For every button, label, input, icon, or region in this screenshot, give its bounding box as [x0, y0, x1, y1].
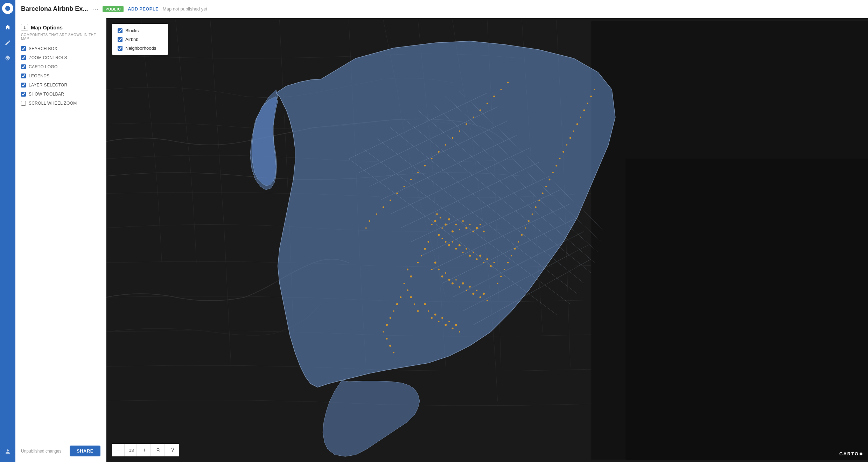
- svg-point-73: [451, 282, 454, 285]
- svg-point-60: [486, 258, 488, 260]
- svg-point-118: [410, 178, 412, 180]
- svg-point-148: [549, 178, 551, 180]
- svg-point-158: [583, 110, 585, 111]
- svg-point-34: [448, 218, 450, 220]
- layer-label-neighborhoods: Neighborhoods: [125, 46, 156, 51]
- svg-point-67: [434, 261, 436, 264]
- panel-back-button[interactable]: 1: [21, 24, 28, 31]
- carto-dot: [860, 453, 862, 455]
- svg-point-142: [528, 220, 530, 222]
- svg-point-160: [590, 96, 592, 97]
- help-button[interactable]: ?: [166, 444, 179, 456]
- layer-item-blocks: Blocks: [118, 28, 162, 33]
- option-checkbox-zoom-controls[interactable]: [21, 55, 26, 60]
- svg-point-138: [514, 248, 516, 250]
- svg-point-86: [404, 283, 405, 284]
- layer-checkbox-blocks[interactable]: [118, 28, 122, 33]
- svg-point-149: [552, 172, 554, 173]
- svg-point-153: [566, 144, 568, 146]
- option-label-layer-selector: LAYER SELECTOR: [29, 83, 67, 88]
- svg-point-44: [479, 224, 481, 225]
- svg-point-39: [462, 220, 464, 222]
- svg-point-71: [445, 272, 446, 274]
- svg-point-46: [438, 234, 440, 236]
- zoom-out-button[interactable]: −: [112, 444, 125, 456]
- option-checkbox-search-box[interactable]: [21, 46, 26, 51]
- option-checkbox-carto-logo[interactable]: [21, 64, 26, 69]
- user-icon[interactable]: [0, 444, 15, 459]
- search-map-button[interactable]: [152, 444, 165, 456]
- svg-point-104: [393, 310, 394, 312]
- svg-point-145: [538, 200, 540, 201]
- svg-point-110: [393, 352, 394, 353]
- app-logo[interactable]: [2, 3, 13, 14]
- svg-point-31: [444, 224, 447, 226]
- svg-point-62: [493, 262, 495, 263]
- svg-point-50: [452, 241, 453, 243]
- svg-point-82: [483, 293, 485, 295]
- svg-point-32: [441, 227, 443, 229]
- svg-point-146: [542, 192, 544, 194]
- layers-icon[interactable]: [0, 50, 15, 66]
- svg-point-64: [424, 248, 426, 250]
- svg-point-96: [441, 317, 443, 319]
- sidebar-footer: Unpublished changes SHARE: [21, 446, 100, 456]
- pencil-icon[interactable]: [0, 35, 15, 50]
- svg-point-141: [525, 227, 526, 229]
- svg-point-127: [472, 117, 474, 118]
- svg-point-132: [507, 82, 509, 83]
- svg-point-122: [438, 151, 440, 153]
- map-area: BlocksAirbnbNeighborhoods − 13 + ? CARTO: [106, 18, 868, 462]
- svg-point-117: [404, 186, 405, 187]
- svg-point-77: [466, 289, 467, 291]
- svg-point-92: [428, 310, 429, 312]
- option-label-carto-logo: CARTO LOGO: [29, 64, 58, 69]
- svg-point-53: [462, 252, 464, 253]
- home-icon[interactable]: [0, 20, 15, 35]
- svg-point-33: [436, 213, 438, 215]
- svg-point-59: [483, 262, 484, 263]
- body-layout: 1 Map Options COMPONENTS THAT ARE SHOWN …: [15, 18, 868, 462]
- svg-point-125: [459, 130, 460, 132]
- layer-checkbox-neighborhoods[interactable]: [118, 46, 122, 51]
- option-checkbox-legends[interactable]: [21, 74, 26, 78]
- option-label-show-toolbar: SHOW TOOLBAR: [29, 92, 64, 97]
- svg-point-130: [493, 96, 495, 97]
- option-checkbox-layer-selector[interactable]: [21, 83, 26, 88]
- svg-point-61: [490, 265, 492, 267]
- svg-point-116: [396, 192, 398, 194]
- svg-point-128: [479, 110, 481, 111]
- svg-point-139: [518, 241, 519, 243]
- sidebar-panel: 1 Map Options COMPONENTS THAT ARE SHOWN …: [15, 18, 106, 462]
- svg-point-66: [417, 262, 419, 264]
- svg-point-58: [479, 255, 481, 257]
- svg-point-97: [444, 324, 447, 326]
- add-people-link[interactable]: ADD PEOPLE: [128, 6, 159, 12]
- panel-title: Map Options: [31, 24, 63, 30]
- svg-point-52: [458, 244, 461, 246]
- svg-point-98: [448, 321, 450, 322]
- svg-point-101: [459, 331, 460, 332]
- svg-point-150: [555, 165, 557, 167]
- svg-point-49: [448, 244, 450, 246]
- svg-point-70: [441, 275, 443, 278]
- svg-point-100: [455, 324, 457, 326]
- layer-checkbox-airbnb[interactable]: [118, 37, 122, 42]
- zoom-in-button[interactable]: +: [138, 444, 151, 456]
- main-content: Barcelona Airbnb Ex... ⋯ PUBLIC ADD PEOP…: [15, 0, 868, 462]
- svg-point-129: [486, 103, 488, 104]
- svg-point-79: [472, 293, 474, 295]
- option-item-show-toolbar: SHOW TOOLBAR: [21, 92, 100, 97]
- option-checkbox-show-toolbar[interactable]: [21, 92, 26, 97]
- option-checkbox-scroll-wheel-zoom[interactable]: [21, 101, 26, 106]
- svg-point-83: [486, 300, 488, 301]
- share-button[interactable]: SHARE: [70, 446, 100, 456]
- svg-point-156: [576, 123, 578, 125]
- svg-point-107: [383, 331, 384, 332]
- panel-subtitle: COMPONENTS THAT ARE SHOWN IN THE MAP: [21, 33, 100, 41]
- more-icon[interactable]: ⋯: [92, 5, 98, 13]
- map-svg: [106, 18, 868, 462]
- svg-point-41: [469, 224, 471, 225]
- svg-point-111: [365, 227, 367, 229]
- svg-point-78: [469, 286, 471, 288]
